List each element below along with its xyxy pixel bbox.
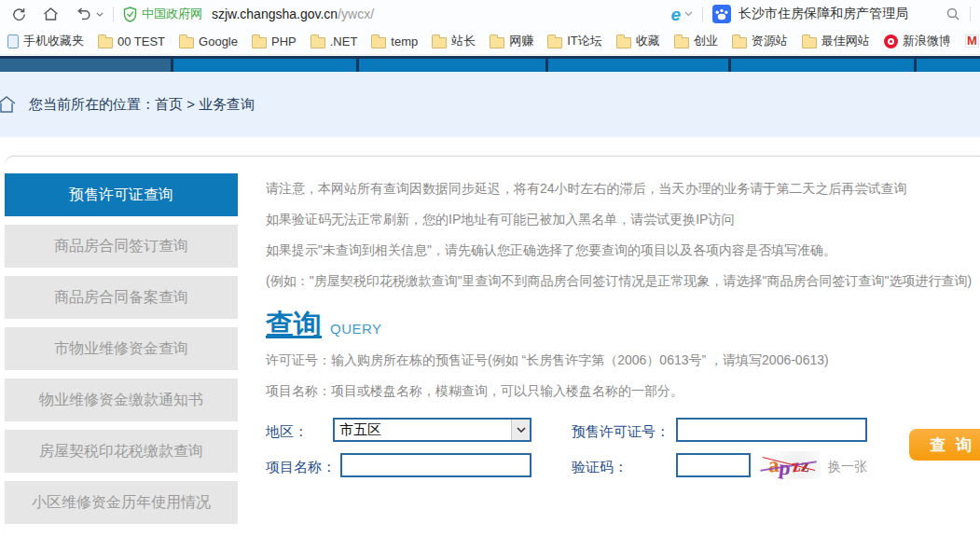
breadcrumb-separator: >: [186, 96, 195, 112]
phone-bookmark-icon: [7, 34, 19, 48]
sidebar-menu: 预售许可证查询 商品房合同签订查询 商品房合同备案查询 市物业维修资金查询 物业…: [5, 173, 238, 532]
captcha-input[interactable]: [676, 453, 751, 477]
browser-toolbar: 中国政府网 szjw.changsha.gov.cn/ywcx/ e 长沙市住房…: [0, 0, 980, 28]
sidebar-item[interactable]: 市物业维修资金查询: [5, 327, 238, 370]
nav-segment[interactable]: [359, 59, 545, 72]
sidebar-item-label: 商品房合同签订查询: [54, 237, 188, 256]
nav-segment[interactable]: [173, 59, 356, 72]
folder-icon: [674, 37, 689, 48]
bookmark-label: PHP: [271, 34, 297, 48]
shield-check-icon: [123, 7, 137, 22]
bookmark-item[interactable]: IT论坛: [547, 33, 602, 49]
chevron-down-icon: [517, 427, 526, 433]
toolbar-divider: [113, 7, 114, 21]
bookmark-item[interactable]: 站长: [432, 33, 476, 49]
region-select[interactable]: 市五区: [333, 418, 531, 442]
breadcrumb-bar: 您当前所在的位置：首页 > 业务查询: [0, 72, 980, 137]
bookmark-item[interactable]: Google 工: [965, 33, 980, 49]
bookmark-item[interactable]: .NET: [311, 34, 358, 48]
notice-line: 如果验证码无法正常刷新，您的IP地址有可能已被加入黑名单，请尝试更换IP访问: [266, 204, 980, 235]
region-label: 地区：: [266, 423, 308, 441]
home-button[interactable]: [42, 7, 60, 21]
permit-number-input[interactable]: [676, 418, 867, 442]
bookmark-item[interactable]: 新浪微博: [884, 33, 951, 49]
project-name-input[interactable]: [340, 453, 531, 477]
sidebar-item[interactable]: 小区维修资金历年使用情况: [5, 481, 238, 524]
bookmark-label: 站长: [451, 33, 476, 49]
folder-icon: [311, 37, 325, 48]
sidebar-item[interactable]: 商品房合同签订查询: [5, 225, 238, 268]
toolbar-divider: [702, 7, 703, 21]
breadcrumb-home-link[interactable]: 首页: [155, 96, 183, 112]
chevron-down-icon: [96, 12, 104, 17]
query-submit-button[interactable]: 查 询: [909, 429, 980, 461]
breadcrumb: 您当前所在的位置：首页 > 业务查询: [29, 96, 255, 114]
bookmark-label: IT论坛: [567, 33, 602, 49]
undo-button[interactable]: [75, 7, 104, 21]
bookmark-item[interactable]: temp: [371, 34, 418, 48]
folder-icon: [371, 37, 386, 48]
sidebar-item-label: 小区维修资金历年使用情况: [32, 493, 211, 513]
nav-segment[interactable]: [0, 59, 171, 72]
bookmark-item[interactable]: 00 TEST: [98, 34, 165, 48]
bookmark-label: 创业: [694, 33, 718, 49]
breadcrumb-current-link[interactable]: 业务查询: [199, 96, 255, 112]
bookmark-label: temp: [391, 34, 418, 48]
folder-icon: [432, 37, 447, 48]
captcha-label: 验证码：: [572, 459, 628, 476]
captcha-char: z: [800, 454, 810, 476]
bookmark-label: 网赚: [509, 33, 533, 49]
nav-segment[interactable]: [917, 59, 980, 72]
folder-icon: [732, 37, 747, 48]
captcha-refresh-link[interactable]: 换一张: [828, 459, 867, 475]
bookmark-label: 手机收藏夹: [23, 33, 84, 49]
sidebar-item[interactable]: 物业维修资金缴款通知书: [5, 379, 238, 421]
search-button[interactable]: [945, 7, 960, 21]
gmail-icon: [965, 34, 979, 48]
folder-icon: [179, 37, 194, 48]
bookmark-item[interactable]: PHP: [252, 34, 297, 48]
bookmark-item[interactable]: Google: [179, 34, 238, 48]
bookmark-label: .NET: [330, 34, 358, 48]
refresh-icon: [11, 7, 27, 22]
captcha-image[interactable]: a p z z: [758, 451, 820, 479]
bookmark-item[interactable]: 最佳网站: [802, 33, 870, 49]
notice-line: (例如："房屋契税印花税缴款查询"里查询不到商品房合同签订情况是正常现象，请选择…: [266, 266, 980, 296]
query-title: 查询: [266, 306, 322, 344]
hint-line: 项目名称：项目或楼盘名称，模糊查询，可以只输入楼盘名称的一部分。: [266, 376, 980, 406]
hint-line: 许可证号：输入购房所在栋的预售证号(例如 “长房售许字第（2006）0613号”…: [266, 345, 980, 376]
sidebar-item[interactable]: 房屋契税印花税缴款查询: [5, 430, 238, 473]
home-icon: [42, 7, 60, 21]
bookmark-label: 最佳网站: [821, 33, 870, 49]
bookmark-item[interactable]: 创业: [674, 33, 718, 49]
folder-icon: [490, 37, 504, 48]
notice-list: 请注意，本网站所有查询因数据同步延迟，将有24小时左右的滞后，当天办理的业务请于…: [266, 173, 980, 296]
sidebar-item-label: 市物业维修资金查询: [54, 339, 188, 359]
ie-compat-button[interactable]: e: [670, 6, 693, 23]
security-badge-label: 中国政府网: [142, 6, 202, 22]
folder-icon: [252, 37, 267, 48]
refresh-button[interactable]: [11, 7, 27, 22]
bookmark-item[interactable]: 资源站: [732, 33, 788, 49]
select-arrow-button[interactable]: [511, 420, 530, 440]
sidebar-item[interactable]: 预售许可证查询: [5, 173, 238, 216]
permit-number-label: 预售许可证号：: [572, 423, 669, 441]
sidebar-item-label: 房屋契税印花税缴款查询: [39, 442, 203, 461]
bookmark-item[interactable]: 手机收藏夹: [7, 33, 84, 49]
bookmark-label: Google: [199, 34, 238, 48]
site-safety-badge[interactable]: 中国政府网: [123, 6, 202, 22]
bookmark-item[interactable]: 网赚: [490, 33, 533, 49]
bookmarks-bar: 手机收藏夹 00 TEST Google PHP .NET temp 站长: [0, 28, 980, 55]
query-subtitle: QUERY: [330, 321, 382, 337]
bookmark-label: 收藏: [636, 33, 660, 49]
bookmark-item[interactable]: 收藏: [616, 33, 660, 49]
toolbar-divider: [970, 7, 971, 21]
nav-segment[interactable]: [731, 59, 914, 72]
url-path: /ywcx/: [338, 7, 374, 21]
nav-segment[interactable]: [548, 59, 728, 72]
home-icon: [0, 94, 18, 115]
ie-icon: e: [670, 6, 681, 23]
sidebar-item[interactable]: 商品房合同备案查询: [5, 276, 238, 319]
address-bar[interactable]: szjw.changsha.gov.cn/ywcx/: [212, 7, 374, 21]
sidebar-item-label: 商品房合同备案查询: [54, 288, 188, 308]
